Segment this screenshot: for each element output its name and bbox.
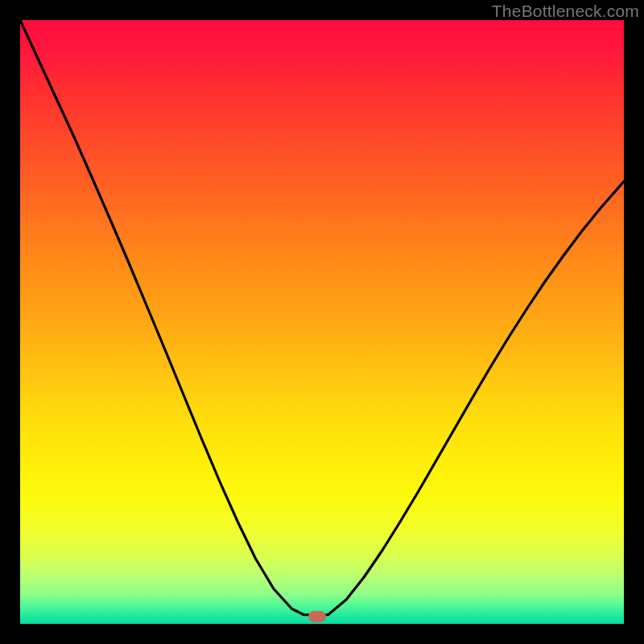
min-marker: [308, 611, 326, 622]
watermark-text: TheBottleneck.com: [492, 2, 639, 21]
chart-plot-area: [20, 20, 624, 624]
chart-frame: TheBottleneck.com: [0, 0, 644, 644]
curve-path: [20, 20, 624, 615]
chart-curve: [20, 20, 624, 624]
